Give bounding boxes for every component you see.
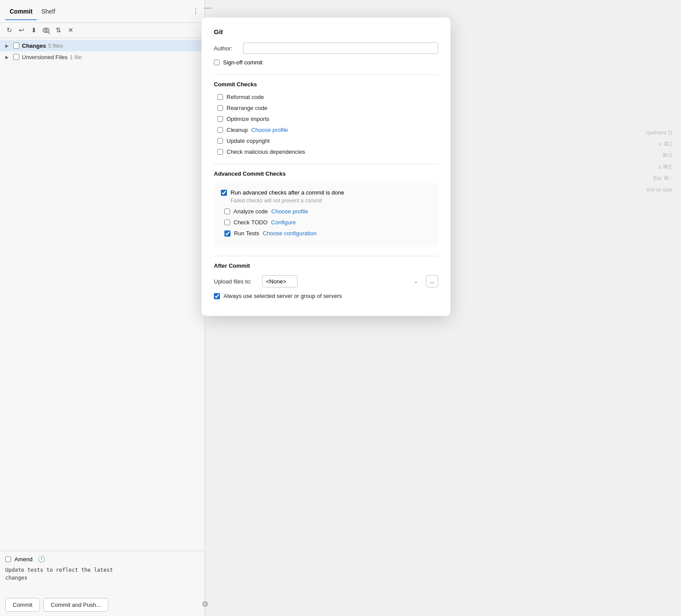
commit-checks-title: Commit Checks bbox=[214, 81, 438, 88]
faded-menu: rywhere D v ⌘1 ⌘O s ⌘E Bar ⌘↑ ere to ope bbox=[593, 127, 681, 195]
commit-buttons: Commit Commit and Push... bbox=[5, 598, 199, 612]
more-options-icon[interactable]: ⋮ bbox=[192, 7, 199, 15]
divider-3 bbox=[214, 256, 438, 256]
analyze-checkbox[interactable] bbox=[224, 209, 230, 214]
upload-select[interactable]: <None> bbox=[262, 275, 298, 287]
svg-point-0 bbox=[43, 28, 49, 32]
run-advanced-sub: Failed checks will not prevent a commit bbox=[231, 198, 431, 204]
commit-message-input[interactable]: Update tests to reflect the latest chang… bbox=[5, 566, 199, 592]
copyright-checkbox[interactable] bbox=[217, 138, 223, 144]
check-malicious: Check malicious dependencies bbox=[214, 149, 438, 155]
download-icon[interactable]: ⬇ bbox=[30, 26, 38, 34]
check-optimize: Optimize imports bbox=[214, 116, 438, 122]
author-label: Author: bbox=[214, 45, 238, 52]
check-todo: Check TODO Configure bbox=[221, 219, 431, 226]
run-tests-checkbox[interactable] bbox=[224, 230, 231, 237]
changes-checkbox[interactable] bbox=[13, 42, 19, 49]
faded-item-2: v ⌘1 bbox=[593, 138, 672, 150]
signoff-label: Sign-off commit bbox=[223, 59, 262, 66]
gear-settings-icon[interactable]: ⚙ bbox=[202, 599, 209, 609]
advanced-checks-section: Advanced Commit Checks Run advanced chec… bbox=[214, 170, 438, 247]
always-use-checkbox[interactable] bbox=[214, 293, 220, 299]
author-row: Author: bbox=[214, 42, 438, 54]
analyze-label: Analyze code bbox=[234, 208, 268, 215]
changes-count: 5 files bbox=[48, 42, 63, 49]
upload-select-wrapper: <None> bbox=[262, 275, 422, 287]
check-rearrange: Rearrange code bbox=[214, 105, 438, 111]
changes-label: Changes bbox=[22, 42, 46, 49]
run-advanced-label: Run advanced checks after a commit is do… bbox=[231, 189, 344, 196]
run-tests-label: Run Tests bbox=[234, 230, 259, 237]
signoff-checkbox[interactable] bbox=[214, 60, 220, 65]
always-use-row: Always use selected server or group of s… bbox=[214, 293, 438, 299]
commit-push-button[interactable]: Commit and Push... bbox=[43, 598, 108, 612]
rearrange-checkbox[interactable] bbox=[217, 105, 223, 111]
check-cleanup: Cleanup Choose profile bbox=[214, 127, 438, 133]
history-icon: 🕐 bbox=[38, 556, 45, 563]
chevron-changes-icon: ▶ bbox=[4, 42, 11, 49]
cleanup-profile-link[interactable]: Choose profile bbox=[251, 127, 288, 133]
run-advanced-row: Run advanced checks after a commit is do… bbox=[221, 189, 431, 196]
rearrange-label: Rearrange code bbox=[227, 105, 267, 111]
commit-bottom: Amend 🕐 Update tests to reflect the late… bbox=[0, 551, 205, 616]
refresh-icon[interactable]: ↻ bbox=[5, 26, 13, 34]
panel-title: Git bbox=[214, 28, 438, 35]
faded-item-1: rywhere D bbox=[593, 127, 672, 138]
upload-dots-button[interactable]: ... bbox=[426, 275, 438, 287]
unversioned-label: Unversioned Files bbox=[22, 54, 67, 60]
faded-item-6: ere to ope bbox=[593, 184, 672, 195]
check-run-tests: Run Tests Choose configuration bbox=[221, 230, 431, 237]
tree-row-changes[interactable]: ▶ Changes 5 files bbox=[0, 40, 205, 51]
unversioned-checkbox[interactable] bbox=[13, 54, 19, 60]
run-advanced-checkbox[interactable] bbox=[221, 190, 227, 196]
upload-row: Upload files to: <None> ... bbox=[214, 275, 438, 287]
optimize-checkbox[interactable] bbox=[217, 116, 223, 122]
malicious-label: Check malicious dependencies bbox=[227, 149, 305, 155]
amend-checkbox[interactable] bbox=[5, 556, 11, 562]
always-use-label: Always use selected server or group of s… bbox=[223, 293, 342, 299]
chevron-unversioned-icon: ▶ bbox=[4, 53, 11, 60]
amend-label: Amend bbox=[14, 556, 32, 563]
reformat-label: Reformat code bbox=[227, 94, 264, 100]
svg-point-1 bbox=[45, 29, 47, 32]
sort-icon[interactable]: ⇅ bbox=[54, 26, 62, 34]
tab-shelf[interactable]: Shelf bbox=[37, 5, 60, 18]
signoff-row: Sign-off commit bbox=[214, 59, 438, 66]
todo-configure-link[interactable]: Configure bbox=[271, 219, 296, 226]
reformat-checkbox[interactable] bbox=[217, 94, 223, 100]
commit-button[interactable]: Commit bbox=[5, 598, 40, 612]
check-reformat: Reformat code bbox=[214, 94, 438, 100]
commit-checks-section: Commit Checks Reformat code Rearrange co… bbox=[214, 81, 438, 155]
toolbar: ↻ ↩ ⬇ ⇅ ✕ bbox=[0, 23, 205, 38]
undo-icon[interactable]: ↩ bbox=[18, 26, 25, 34]
cleanup-checkbox[interactable] bbox=[217, 127, 223, 133]
advanced-title: Advanced Commit Checks bbox=[214, 170, 438, 177]
analyze-profile-link[interactable]: Choose profile bbox=[271, 208, 308, 215]
after-commit-section: After Commit Upload files to: <None> ...… bbox=[214, 262, 438, 299]
faded-item-5: Bar ⌘↑ bbox=[593, 173, 672, 184]
tree-row-unversioned[interactable]: ▶ Unversioned Files 1 file bbox=[0, 51, 205, 63]
run-tests-config-link[interactable]: Choose configuration bbox=[263, 230, 317, 237]
divider-1 bbox=[214, 74, 438, 75]
optimize-label: Optimize imports bbox=[227, 116, 270, 122]
faded-item-4: s ⌘E bbox=[593, 161, 672, 173]
divider-2 bbox=[214, 164, 438, 164]
upload-label: Upload files to: bbox=[214, 278, 258, 285]
tab-commit[interactable]: Commit bbox=[5, 5, 37, 18]
amend-row: Amend 🕐 bbox=[5, 556, 199, 563]
file-tree: ▶ Changes 5 files ▶ Unversioned Files 1 … bbox=[0, 38, 205, 551]
check-analyze: Analyze code Choose profile bbox=[221, 208, 431, 215]
eye-icon[interactable] bbox=[42, 26, 50, 34]
cleanup-label: Cleanup bbox=[227, 127, 248, 133]
malicious-checkbox[interactable] bbox=[217, 149, 223, 155]
close-changes-icon[interactable]: ✕ bbox=[67, 26, 74, 34]
minimize-button[interactable]: — bbox=[204, 4, 212, 11]
after-commit-title: After Commit bbox=[214, 262, 438, 269]
left-panel: Commit Shelf ⋮ ↻ ↩ ⬇ ⇅ ✕ ▶ Changes 5 fil… bbox=[0, 0, 205, 616]
author-input[interactable] bbox=[243, 42, 438, 54]
todo-checkbox[interactable] bbox=[224, 219, 230, 225]
git-panel: Git Author: Sign-off commit Commit Check… bbox=[202, 18, 450, 316]
check-copyright: Update copyright bbox=[214, 138, 438, 144]
advanced-block: Run advanced checks after a commit is do… bbox=[214, 183, 438, 247]
tabs-bar: Commit Shelf ⋮ bbox=[0, 0, 205, 23]
